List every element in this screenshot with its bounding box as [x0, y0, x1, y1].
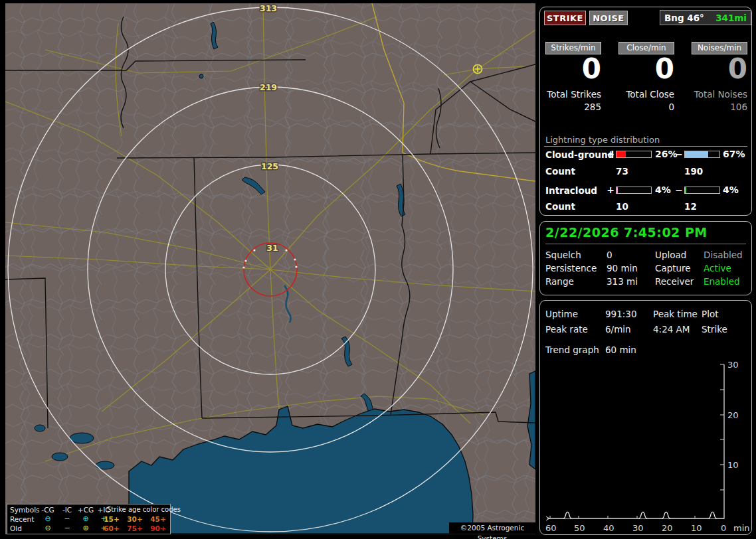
x-axis-unit: min — [733, 523, 750, 533]
cg-positive-pct: 26% — [655, 149, 678, 159]
upload-label: Upload — [655, 250, 686, 260]
total-close-label: Total Close — [618, 89, 674, 100]
persistence-label: Persistence — [545, 263, 597, 273]
map-view[interactable]: 313 219 125 31 — [5, 3, 535, 534]
uptime-label: Uptime — [545, 309, 578, 319]
old-pos-cg-icon: ⊕ — [79, 524, 92, 532]
cg-negative-pct: 67% — [723, 149, 745, 159]
trend-graph-label: Trend graph — [545, 345, 599, 355]
lightning-map: 313 219 125 31 — [5, 3, 535, 534]
upload-value: Disabled — [704, 250, 743, 260]
noise-button[interactable]: NOISE — [589, 11, 628, 25]
cloud-ground-label: Cloud-ground — [545, 149, 614, 160]
peak-time-label: Peak time — [653, 309, 698, 319]
x-tick-40: 40 — [603, 523, 614, 533]
ic-negative-bar-fill — [685, 187, 686, 193]
recent-neg-cg-icon: ⊖ — [41, 514, 54, 523]
intracloud-label: Intracloud — [545, 185, 597, 196]
age-45: 45+ — [148, 515, 168, 523]
plot-value: Strike — [702, 324, 727, 335]
ring-label-31: 31 — [266, 243, 278, 253]
cg-count-label: Count — [545, 166, 575, 177]
plus-sign: + — [607, 149, 614, 159]
trend-peak — [662, 512, 670, 518]
total-noises-label: Total Noises — [692, 89, 747, 100]
age-75: 75+ — [125, 524, 145, 532]
plot-label: Plot — [702, 309, 718, 319]
recent-neg-ic-icon: − — [60, 514, 74, 523]
minus-sign: − — [675, 149, 683, 159]
age-15: 15+ — [102, 515, 122, 523]
strikes-per-min-value: 0 — [545, 54, 601, 84]
peak-rate-label: Peak rate — [545, 324, 588, 335]
range-label: Range — [545, 276, 574, 287]
cg-positive-bar-fill — [616, 151, 626, 157]
strike-button[interactable]: STRIKE — [544, 11, 586, 25]
distribution-divider — [544, 146, 747, 147]
ic-positive-bar-fill — [616, 187, 618, 193]
ring-label-219: 219 — [260, 82, 277, 92]
legend-old-label: Old — [10, 524, 22, 532]
session-panel: Uptime 991:30 Peak time Plot Peak rate 6… — [539, 300, 752, 535]
capture-value: Active — [704, 263, 731, 273]
legend-col-nic: -IC — [59, 506, 75, 514]
peak-rate-value: 6/min — [605, 324, 631, 335]
legend-symbols-title: Symbols — [10, 506, 40, 514]
ic-negative-pct: 4% — [723, 185, 739, 195]
ic-positive-bar — [616, 187, 652, 194]
cg-negative-count: 190 — [684, 166, 703, 177]
cg-positive-count: 73 — [616, 166, 628, 177]
noises-per-min-value: 0 — [692, 54, 747, 84]
receiver-value: Enabled — [704, 276, 740, 287]
age-90: 90+ — [148, 524, 168, 532]
recent-pos-cg-icon: ⊕ — [79, 514, 92, 523]
legend-col-ncg: -CG — [39, 506, 56, 514]
capture-label: Capture — [655, 263, 691, 273]
receiver-label: Receiver — [655, 276, 694, 287]
legend-col-pcg: +CG — [76, 506, 95, 514]
total-noises-value: 106 — [692, 102, 747, 112]
x-tick-60: 60 — [545, 523, 557, 533]
status-panel: 2/22/2026 7:45:02 PM Squelch 0 Upload Di… — [539, 221, 752, 295]
total-close-value: 0 — [618, 102, 674, 112]
age-60: 60+ — [102, 524, 122, 532]
cg-positive-bar — [616, 151, 652, 158]
trend-axes — [547, 364, 724, 518]
ic-positive-count: 10 — [616, 201, 628, 212]
persistence-value: 90 min — [607, 263, 638, 273]
cg-negative-bar — [684, 151, 720, 158]
y-axis-ticks — [720, 364, 724, 490]
trend-peak — [563, 512, 571, 518]
y-tick-10: 10 — [727, 460, 739, 470]
squelch-label: Squelch — [545, 250, 581, 260]
legend-age-title: Strike age color codes — [107, 506, 181, 513]
ring-label-125: 125 — [261, 161, 278, 171]
trend-graph: 30 20 10 60 50 40 30 20 10 0 min — [540, 359, 751, 536]
x-tick-10: 10 — [691, 523, 702, 533]
ic-count-label: Count — [545, 201, 575, 212]
ring-label-313: 313 — [260, 3, 277, 13]
trend-graph-period: 60 min — [605, 345, 636, 355]
peak-time-value: 4:24 AM — [653, 324, 690, 335]
age-30: 30+ — [125, 515, 145, 523]
minus-sign: − — [675, 185, 683, 195]
trend-peak — [639, 512, 647, 518]
x-tick-20: 20 — [662, 523, 673, 533]
x-tick-0: 0 — [721, 523, 726, 533]
datetime-display: 2/22/2026 7:45:02 PM — [545, 225, 746, 244]
map-legend: Symbols -CG -IC +CG +IC Strike age color… — [7, 504, 171, 534]
uptime-value: 991:30 — [605, 309, 637, 319]
old-neg-cg-icon: ⊖ — [41, 524, 54, 532]
total-strikes-label: Total Strikes — [545, 89, 601, 100]
cg-negative-bar-fill — [685, 151, 708, 157]
bearing-label: Bng 46° — [664, 13, 704, 23]
squelch-value: 0 — [607, 250, 613, 260]
bearing-distance: 341mi — [715, 13, 747, 23]
range-value: 313 mi — [607, 276, 638, 287]
x-tick-30: 30 — [632, 523, 644, 533]
copyright-notice: ©2005 Astrogenic Systems — [449, 522, 535, 534]
trend-peak — [709, 512, 717, 518]
ic-negative-bar — [684, 187, 720, 194]
distribution-title: Lightning type distribution — [545, 135, 660, 145]
ic-negative-count: 12 — [684, 201, 697, 212]
